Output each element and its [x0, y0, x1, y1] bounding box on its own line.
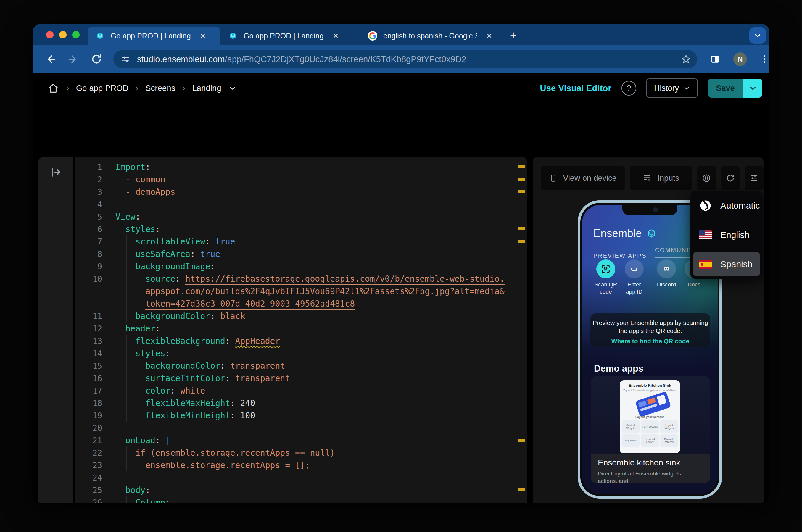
- close-window-button[interactable]: [46, 31, 54, 38]
- close-tab-icon[interactable]: ×: [485, 31, 494, 41]
- scan-qr-button[interactable]: [596, 260, 615, 279]
- breadcrumb-separator: ›: [136, 84, 138, 93]
- help-icon[interactable]: ?: [622, 81, 636, 96]
- code-line[interactable]: appspot.com/o/builds%2F4qJvbIFIJ5Vou69P4…: [75, 285, 527, 297]
- browser-window: Go app PROD | Landing × Go app PROD | La…: [33, 24, 769, 503]
- url-text[interactable]: studio.ensembleui.com/app/FhQC7J2DjXTg0U…: [137, 54, 681, 64]
- demo-card-description: Directory of all Ensemble widgets, actio…: [598, 470, 703, 483]
- bookmark-star-icon[interactable]: [681, 54, 691, 64]
- forward-button[interactable]: [68, 54, 79, 65]
- code-editor[interactable]: 1Import:2 - common3 - demoApps45View:6 s…: [75, 157, 527, 503]
- site-settings-icon[interactable]: [120, 54, 131, 64]
- code-line[interactable]: 12 header:: [75, 322, 527, 335]
- line-number: 3: [75, 187, 102, 196]
- tab-go-app-prod-2[interactable]: Go app PROD | Landing ×: [221, 26, 360, 45]
- tab-go-app-prod-1[interactable]: Go app PROD | Landing ×: [88, 26, 221, 45]
- chevron-down-icon: [683, 84, 690, 92]
- use-visual-editor-link[interactable]: Use Visual Editor: [540, 83, 611, 93]
- menu-item-automatic[interactable]: Automatic: [690, 191, 763, 220]
- inputs-button[interactable]: Inputs: [630, 166, 692, 190]
- back-button[interactable]: [45, 54, 56, 65]
- breadcrumb-screen-name[interactable]: Landing: [192, 84, 221, 93]
- line-number: 21: [75, 436, 102, 445]
- enter-app-id-button[interactable]: [625, 260, 644, 279]
- tab-search-chevron-button[interactable]: [749, 27, 766, 44]
- minimize-window-button[interactable]: [59, 31, 66, 38]
- browser-menu-icon[interactable]: [759, 54, 769, 64]
- menu-item-english[interactable]: English: [690, 220, 763, 249]
- code-line[interactable]: 26 Column:: [75, 496, 527, 503]
- code-line[interactable]: 19 flexibleMinHeight: 100: [75, 409, 527, 422]
- code-line[interactable]: 20: [75, 422, 527, 434]
- code-line[interactable]: 9 backgroundImage:: [75, 260, 527, 272]
- preview-settings-button[interactable]: [745, 166, 764, 190]
- code-line[interactable]: 18 flexibleMaxHeight: 240: [75, 397, 527, 409]
- refresh-icon: [726, 173, 735, 183]
- discord-button[interactable]: [657, 260, 676, 279]
- spain-flag-icon: [699, 260, 712, 269]
- home-icon[interactable]: [47, 82, 59, 94]
- code-line[interactable]: 15 backgroundColor: transparent: [75, 360, 527, 372]
- ensemble-favicon-icon: [95, 31, 105, 40]
- overview-marker: [518, 190, 525, 193]
- code-line[interactable]: 4: [75, 198, 527, 210]
- chevron-down-icon[interactable]: [228, 84, 237, 92]
- editor-side-rail: [38, 157, 73, 503]
- desktop-background: Go app PROD | Landing × Go app PROD | La…: [0, 0, 802, 532]
- breadcrumb-app[interactable]: Go app PROD: [76, 84, 129, 93]
- demo-app-card[interactable]: Ensemble Kitchen Sink Try out Ensemble w…: [591, 376, 710, 483]
- tab-title: Go app PROD | Landing: [244, 32, 324, 40]
- code-line[interactable]: 24: [75, 471, 527, 484]
- breadcrumb-separator: ›: [66, 84, 69, 93]
- tab-google-search[interactable]: english to spanish - Google S ×: [360, 26, 499, 45]
- code-line[interactable]: 8 useSafeArea: true: [75, 248, 527, 260]
- overview-marker: [518, 438, 525, 442]
- phone-notch: [622, 205, 677, 215]
- code-line[interactable]: 13 flexibleBackground: AppHeader: [75, 335, 527, 347]
- code-line[interactable]: 23 ensemble.storage.recentApps = [];: [75, 459, 527, 471]
- save-button[interactable]: Save: [708, 79, 743, 98]
- overview-marker: [518, 240, 525, 243]
- code-line[interactable]: 7 scrollableView: true: [75, 235, 527, 248]
- line-number: 25: [75, 486, 102, 495]
- save-options-button[interactable]: [743, 79, 762, 98]
- code-line[interactable]: 11 backgroundColor: black: [75, 310, 527, 322]
- us-flag-icon: [699, 230, 712, 240]
- address-bar[interactable]: studio.ensembleui.com/app/FhQC7J2DjXTg0U…: [113, 50, 697, 68]
- code-line[interactable]: 3 - demoApps: [75, 186, 527, 198]
- window-controls[interactable]: [46, 31, 80, 38]
- action-label: Docs: [682, 281, 706, 288]
- code-line[interactable]: 17 color: white: [75, 384, 527, 397]
- code-line[interactable]: 6 styles:: [75, 223, 527, 235]
- expand-panel-icon[interactable]: [50, 166, 62, 180]
- reload-button[interactable]: [91, 54, 102, 65]
- new-tab-button[interactable]: +: [507, 29, 519, 41]
- code-line[interactable]: 16 surfaceTintColor: transparent: [75, 372, 527, 384]
- code-line[interactable]: 1Import:: [75, 161, 527, 173]
- history-button[interactable]: History: [646, 78, 698, 98]
- menu-item-spanish[interactable]: Spanish: [690, 249, 763, 279]
- code-line[interactable]: 14 styles:: [75, 347, 527, 360]
- thumb-tile: Layout Widgets: [660, 420, 678, 433]
- code-line[interactable]: 22 if (ensemble.storage.recentApps == nu…: [75, 446, 527, 459]
- refresh-button[interactable]: [721, 166, 740, 190]
- code-line[interactable]: 10 source: https://firebasestorage.googl…: [75, 272, 527, 285]
- code-line[interactable]: 5View:: [75, 210, 527, 223]
- close-tab-icon[interactable]: ×: [198, 31, 207, 41]
- avatar[interactable]: N: [733, 52, 747, 66]
- tab-title: english to spanish - Google S: [383, 32, 477, 40]
- where-to-find-qr-link[interactable]: Where to find the QR code: [611, 338, 690, 345]
- side-panel-icon[interactable]: [709, 53, 721, 65]
- language-button[interactable]: [697, 166, 716, 190]
- line-number: 13: [75, 337, 102, 346]
- inputs-icon: [643, 173, 652, 183]
- breadcrumb-screens[interactable]: Screens: [145, 84, 175, 93]
- code-line[interactable]: 21 onLoad: |: [75, 434, 527, 446]
- code-line[interactable]: 25 body:: [75, 484, 527, 496]
- code-line[interactable]: 2 - common: [75, 173, 527, 186]
- code-line[interactable]: token=427d38c3-007d-40d2-9003-49562ad481…: [75, 297, 527, 310]
- view-on-device-button[interactable]: View on device: [541, 166, 625, 190]
- line-number: 6: [75, 225, 102, 234]
- zoom-window-button[interactable]: [72, 31, 80, 38]
- close-tab-icon[interactable]: ×: [331, 31, 340, 41]
